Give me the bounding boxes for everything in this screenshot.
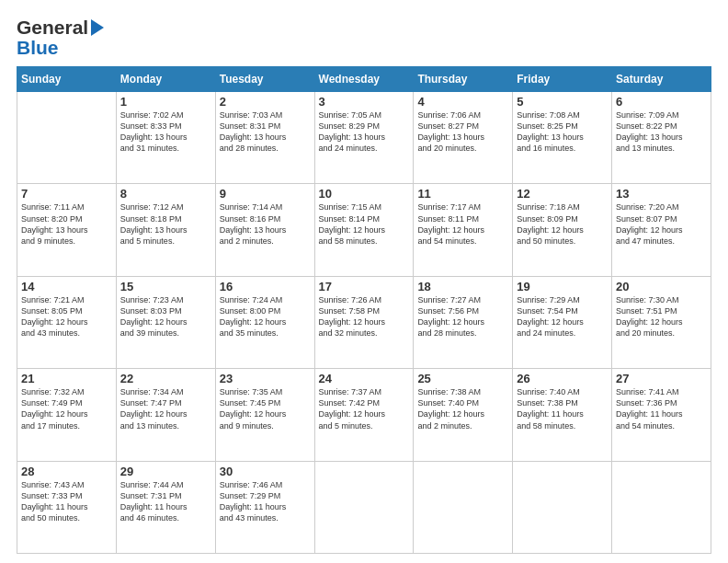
weekday-header-thursday: Thursday [414,67,513,92]
day-number: 28 [21,465,112,478]
calendar-cell: 5Sunrise: 7:08 AM Sunset: 8:25 PM Daylig… [513,92,612,184]
day-number: 21 [21,372,112,385]
calendar-cell: 26Sunrise: 7:40 AM Sunset: 7:38 PM Dayli… [513,369,612,461]
calendar-cell: 15Sunrise: 7:23 AM Sunset: 8:03 PM Dayli… [116,276,215,368]
cell-text: Sunrise: 7:29 AM Sunset: 7:54 PM Dayligh… [517,294,608,339]
cell-text: Sunrise: 7:15 AM Sunset: 8:14 PM Dayligh… [319,201,410,247]
day-number: 23 [220,372,311,385]
weekday-header-friday: Friday [513,67,612,92]
cell-text: Sunrise: 7:11 AM Sunset: 8:20 PM Dayligh… [21,201,112,247]
day-number: 4 [417,95,508,109]
calendar-cell: 6Sunrise: 7:09 AM Sunset: 8:22 PM Daylig… [612,92,711,184]
calendar-cell: 27Sunrise: 7:41 AM Sunset: 7:36 PM Dayli… [612,369,711,461]
cell-text: Sunrise: 7:41 AM Sunset: 7:36 PM Dayligh… [616,386,707,431]
day-number: 9 [220,187,311,201]
day-number: 18 [417,280,508,293]
calendar-cell: 11Sunrise: 7:17 AM Sunset: 8:11 PM Dayli… [414,184,513,276]
day-number: 25 [417,372,508,385]
calendar-cell: 23Sunrise: 7:35 AM Sunset: 7:45 PM Dayli… [215,369,314,461]
cell-text: Sunrise: 7:05 AM Sunset: 8:29 PM Dayligh… [319,109,410,155]
cell-text: Sunrise: 7:17 AM Sunset: 8:11 PM Dayligh… [417,201,508,247]
day-number: 8 [120,187,211,201]
calendar-cell: 4Sunrise: 7:06 AM Sunset: 8:27 PM Daylig… [414,92,513,184]
calendar-cell: 1Sunrise: 7:02 AM Sunset: 8:33 PM Daylig… [116,92,215,184]
calendar-cell: 10Sunrise: 7:15 AM Sunset: 8:14 PM Dayli… [314,184,414,276]
logo-triangle-icon [88,17,107,39]
calendar-cell: 25Sunrise: 7:38 AM Sunset: 7:40 PM Dayli… [414,369,513,461]
day-number: 27 [616,372,707,385]
calendar-cell: 3Sunrise: 7:05 AM Sunset: 8:29 PM Daylig… [314,92,414,184]
cell-text: Sunrise: 7:26 AM Sunset: 7:58 PM Dayligh… [319,294,410,339]
day-number: 1 [120,95,211,109]
calendar-cell: 12Sunrise: 7:18 AM Sunset: 8:09 PM Dayli… [513,184,612,276]
cell-text: Sunrise: 7:27 AM Sunset: 7:56 PM Dayligh… [417,294,508,339]
cell-text: Sunrise: 7:06 AM Sunset: 8:27 PM Dayligh… [417,109,508,155]
day-number: 12 [517,187,608,201]
calendar-cell: 19Sunrise: 7:29 AM Sunset: 7:54 PM Dayli… [513,276,612,368]
calendar-cell: 8Sunrise: 7:12 AM Sunset: 8:18 PM Daylig… [116,184,215,276]
logo-general: General [17,17,88,39]
day-number: 24 [319,372,410,385]
cell-text: Sunrise: 7:43 AM Sunset: 7:33 PM Dayligh… [21,479,112,524]
weekday-header-tuesday: Tuesday [215,67,314,92]
calendar-cell: 29Sunrise: 7:44 AM Sunset: 7:31 PM Dayli… [116,461,215,553]
calendar-table: SundayMondayTuesdayWednesdayThursdayFrid… [17,66,711,554]
calendar-cell: 13Sunrise: 7:20 AM Sunset: 8:07 PM Dayli… [612,184,711,276]
cell-text: Sunrise: 7:37 AM Sunset: 7:42 PM Dayligh… [319,386,410,431]
day-number: 26 [517,372,608,385]
calendar-cell: 9Sunrise: 7:14 AM Sunset: 8:16 PM Daylig… [215,184,314,276]
cell-text: Sunrise: 7:38 AM Sunset: 7:40 PM Dayligh… [417,386,508,431]
cell-text: Sunrise: 7:09 AM Sunset: 8:22 PM Dayligh… [616,109,707,155]
calendar-cell [612,461,711,553]
cell-text: Sunrise: 7:40 AM Sunset: 7:38 PM Dayligh… [517,386,608,431]
day-number: 20 [616,280,707,293]
calendar-cell: 18Sunrise: 7:27 AM Sunset: 7:56 PM Dayli… [414,276,513,368]
cell-text: Sunrise: 7:18 AM Sunset: 8:09 PM Dayligh… [517,201,608,247]
calendar-row-0: 1Sunrise: 7:02 AM Sunset: 8:33 PM Daylig… [17,92,711,184]
calendar-cell: 30Sunrise: 7:46 AM Sunset: 7:29 PM Dayli… [215,461,314,553]
calendar-cell: 7Sunrise: 7:11 AM Sunset: 8:20 PM Daylig… [17,184,117,276]
day-number: 2 [220,95,311,109]
logo-blue: Blue [17,37,59,59]
day-number: 22 [120,372,211,385]
weekday-header-row: SundayMondayTuesdayWednesdayThursdayFrid… [17,67,711,92]
calendar-row-2: 14Sunrise: 7:21 AM Sunset: 8:05 PM Dayli… [17,276,711,368]
cell-text: Sunrise: 7:08 AM Sunset: 8:25 PM Dayligh… [517,109,608,155]
day-number: 3 [319,95,410,109]
cell-text: Sunrise: 7:21 AM Sunset: 8:05 PM Dayligh… [21,294,112,339]
header: GeneralBlue [17,17,711,59]
calendar-cell [17,92,117,184]
cell-text: Sunrise: 7:44 AM Sunset: 7:31 PM Dayligh… [120,479,211,524]
cell-text: Sunrise: 7:02 AM Sunset: 8:33 PM Dayligh… [120,109,211,155]
weekday-header-saturday: Saturday [612,67,711,92]
day-number: 11 [417,187,508,201]
day-number: 6 [616,95,707,109]
day-number: 19 [517,280,608,293]
page: GeneralBlue SundayMondayTuesdayWednesday… [0,0,728,563]
day-number: 29 [120,465,211,478]
calendar-cell: 24Sunrise: 7:37 AM Sunset: 7:42 PM Dayli… [314,369,414,461]
calendar-row-3: 21Sunrise: 7:32 AM Sunset: 7:49 PM Dayli… [17,369,711,461]
day-number: 15 [120,280,211,293]
calendar-row-4: 28Sunrise: 7:43 AM Sunset: 7:33 PM Dayli… [17,461,711,553]
cell-text: Sunrise: 7:12 AM Sunset: 8:18 PM Dayligh… [120,201,211,247]
calendar-cell: 20Sunrise: 7:30 AM Sunset: 7:51 PM Dayli… [612,276,711,368]
cell-text: Sunrise: 7:14 AM Sunset: 8:16 PM Dayligh… [220,201,311,247]
calendar-cell: 17Sunrise: 7:26 AM Sunset: 7:58 PM Dayli… [314,276,414,368]
day-number: 17 [319,280,410,293]
weekday-header-sunday: Sunday [17,67,117,92]
day-number: 13 [616,187,707,201]
calendar-cell: 21Sunrise: 7:32 AM Sunset: 7:49 PM Dayli… [17,369,117,461]
day-number: 7 [21,187,112,201]
cell-text: Sunrise: 7:32 AM Sunset: 7:49 PM Dayligh… [21,386,112,431]
calendar-cell [414,461,513,553]
calendar-row-1: 7Sunrise: 7:11 AM Sunset: 8:20 PM Daylig… [17,184,711,276]
calendar-cell: 16Sunrise: 7:24 AM Sunset: 8:00 PM Dayli… [215,276,314,368]
calendar-cell: 28Sunrise: 7:43 AM Sunset: 7:33 PM Dayli… [17,461,117,553]
cell-text: Sunrise: 7:20 AM Sunset: 8:07 PM Dayligh… [616,201,707,247]
cell-text: Sunrise: 7:03 AM Sunset: 8:31 PM Dayligh… [220,109,311,155]
calendar-cell: 2Sunrise: 7:03 AM Sunset: 8:31 PM Daylig… [215,92,314,184]
calendar-cell: 14Sunrise: 7:21 AM Sunset: 8:05 PM Dayli… [17,276,117,368]
calendar-cell [513,461,612,553]
day-number: 16 [220,280,311,293]
